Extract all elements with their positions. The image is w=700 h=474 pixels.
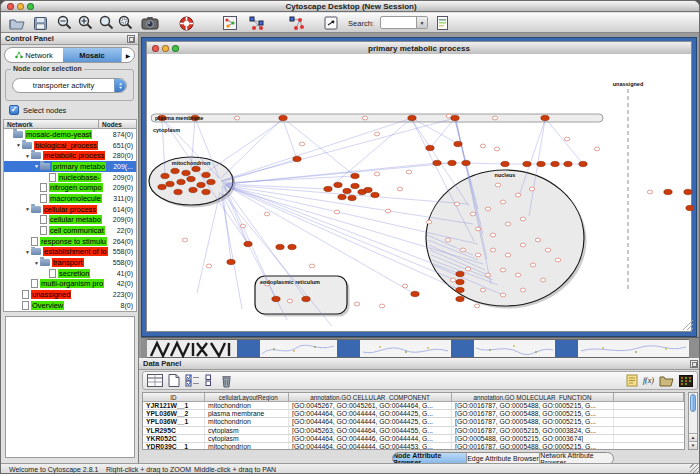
background-window[interactable] <box>474 339 555 358</box>
network-node[interactable] <box>334 182 342 187</box>
network-node[interactable] <box>494 147 500 151</box>
notepad-icon[interactable] <box>626 374 638 387</box>
table-row[interactable]: YKR052Ccytoplasm[GO:0044464, GO:0044446,… <box>143 435 684 443</box>
network-node[interactable] <box>492 116 498 120</box>
table-cell[interactable]: [GO:0016787, GO:0005488, GO:0005215, G..… <box>452 402 614 409</box>
annotation-icon[interactable] <box>322 15 339 31</box>
table-scrollbar[interactable]: ▲ ▼ <box>688 392 698 450</box>
tree-item[interactable]: secretion41(0) <box>4 268 136 279</box>
select-nodes-checkbox[interactable]: ✓ <box>9 105 19 115</box>
network-node[interactable] <box>374 172 380 176</box>
network-node[interactable] <box>460 248 466 252</box>
layout-network-red-icon[interactable] <box>286 15 306 31</box>
zoom-out-icon[interactable] <box>57 15 72 30</box>
network-node[interactable] <box>456 287 464 292</box>
network-node[interactable] <box>450 278 456 282</box>
tree-item[interactable]: nitrogen compo209(0) <box>4 182 136 193</box>
network-node[interactable] <box>351 183 359 188</box>
network-node[interactable] <box>520 217 526 221</box>
table-cell[interactable]: cytoplasm <box>205 427 289 434</box>
table-cell[interactable]: [GO:0044464, GO:0044444, GO:0044425, G..… <box>289 410 452 417</box>
network-node[interactable] <box>500 200 506 204</box>
table-cell[interactable]: [GO:0044464, GO:0044446, GO:0044444, G..… <box>289 435 452 442</box>
attribute-import-icon[interactable] <box>434 15 451 31</box>
table-cell[interactable]: [GO:0016787, GO:0005488, GO:0005215, G..… <box>452 443 614 450</box>
network-node[interactable] <box>411 291 419 296</box>
network-node[interactable] <box>343 188 351 193</box>
table-cell[interactable]: mitochondrion <box>205 418 289 425</box>
network-node[interactable] <box>338 194 346 199</box>
network-node[interactable] <box>202 189 210 194</box>
network-node[interactable] <box>244 241 252 246</box>
table-column-header[interactable]: annotation.GO CELLULAR_COMPONENT <box>289 393 452 402</box>
network-node[interactable] <box>293 156 301 161</box>
table-cell[interactable]: [GO:0044464, GO:0044444, GO:0044425, G..… <box>289 418 452 425</box>
network-node[interactable] <box>495 183 501 187</box>
tree-item[interactable]: cellular metabo209(0) <box>4 215 136 226</box>
network-node[interactable] <box>474 304 480 308</box>
table-cell[interactable]: cytoplasm <box>205 435 289 442</box>
background-window[interactable] <box>578 339 689 358</box>
attribute-table[interactable]: ID_cellularLayoutRegionannotation.GO CEL… <box>142 392 685 450</box>
search-dropdown-icon[interactable]: ▼ <box>416 17 427 28</box>
network-node[interactable] <box>324 186 332 191</box>
network-node[interactable] <box>234 116 240 120</box>
network-node[interactable] <box>408 115 416 120</box>
table-cell[interactable]: [GO:0005488, GO:0005215, GO:0003674] <box>452 435 614 442</box>
network-node[interactable] <box>202 172 210 177</box>
network-node[interactable] <box>177 179 185 184</box>
network-node[interactable] <box>490 248 496 252</box>
snapshot-camera-icon[interactable] <box>140 15 160 31</box>
tree-item[interactable]: ▼metabolic process280(0) <box>4 150 136 161</box>
table-column-header[interactable]: _cellularLayoutRegion <box>205 393 289 402</box>
network-node[interactable] <box>647 190 653 194</box>
network-node[interactable] <box>192 166 200 171</box>
network-node[interactable] <box>537 161 545 166</box>
network-node[interactable] <box>500 268 506 272</box>
background-window-overview[interactable] <box>147 339 237 358</box>
network-node[interactable] <box>197 182 205 187</box>
network-view-titlebar[interactable]: primary metabolic process <box>146 41 692 54</box>
background-window[interactable] <box>260 339 337 358</box>
network-node[interactable] <box>334 210 340 214</box>
network-edge[interactable] <box>227 185 468 204</box>
network-node[interactable] <box>462 160 470 165</box>
float-data-panel-icon[interactable] <box>690 360 698 368</box>
expand-triangle-icon[interactable]: ▼ <box>33 260 40 266</box>
zoom-in-icon[interactable] <box>78 15 93 30</box>
network-edge[interactable] <box>283 118 355 176</box>
network-canvas-svg[interactable]: plasma membranecytoplasmmitochondrionnuc… <box>147 54 693 332</box>
background-window-edge[interactable] <box>337 339 360 358</box>
attribute-matrix-icon[interactable] <box>679 375 693 387</box>
network-node[interactable] <box>456 296 464 301</box>
table-cell[interactable]: YJR121W__1 <box>143 402 205 409</box>
network-node[interactable] <box>227 259 235 264</box>
expand-triangle-icon[interactable]: ▼ <box>33 163 40 169</box>
tree-item[interactable]: ▼establishment of lo558(0) <box>4 247 136 258</box>
network-node[interactable] <box>490 233 496 237</box>
table-row[interactable]: YJR121W__1mitochondrion[GO:0045267, GO:0… <box>143 402 684 410</box>
import-attributes-icon[interactable] <box>659 375 674 387</box>
expand-triangle-icon[interactable]: ▼ <box>24 249 31 255</box>
tree-item[interactable]: cell communicat22(0) <box>4 225 136 236</box>
tree-item[interactable]: response to stimulu264(0) <box>4 236 136 247</box>
table-cell[interactable]: YPL036W__2 <box>143 410 205 417</box>
network-node[interactable] <box>515 273 521 277</box>
network-node[interactable] <box>505 253 511 257</box>
tree-item[interactable]: ▼cellular process614(0) <box>4 204 136 215</box>
network-node[interactable] <box>465 267 471 271</box>
network-node[interactable] <box>551 161 559 166</box>
network-node[interactable] <box>541 115 549 120</box>
table-column-header[interactable]: annotation.GO MOLECULAR_FUNCTION <box>452 393 614 402</box>
table-row[interactable]: YPL036W__2plasma membrane[GO:0044464, GO… <box>143 410 684 418</box>
network-node[interactable] <box>385 209 391 213</box>
network-node[interactable] <box>564 137 570 141</box>
birdseye-view[interactable] <box>5 316 135 458</box>
network-node[interactable] <box>456 271 464 276</box>
table-row[interactable]: YDR039C__1mitochondrion[GO:0044464, GO:0… <box>143 443 684 450</box>
select-attributes-icon[interactable] <box>185 374 200 387</box>
table-cell[interactable]: YDR039C__1 <box>143 443 205 450</box>
network-node[interactable] <box>470 212 476 216</box>
table-cell[interactable]: YKR052C <box>143 435 205 442</box>
network-edge[interactable] <box>283 120 297 159</box>
